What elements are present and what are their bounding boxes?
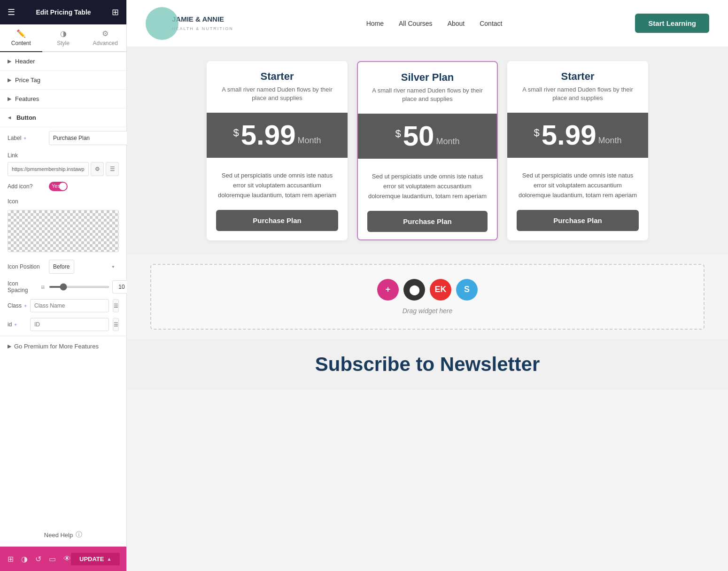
- id-dynamic-icon: ✦: [14, 322, 17, 327]
- panel-tabs: ✏️ Content ◑ Style ⚙ Advanced: [0, 24, 126, 52]
- icon-position-select-wrapper: Before After: [49, 260, 119, 274]
- nav-links: Home All Courses About Contact: [366, 20, 503, 27]
- card-1-price-period: Month: [298, 136, 321, 146]
- link-settings-btn[interactable]: ⚙: [91, 162, 104, 176]
- card-1-price-box: $ 5.99 Month: [207, 113, 348, 158]
- card-2-price-amount: 50: [403, 122, 434, 150]
- card-1-body: Sed ut perspiciatis unde omnis iste natu…: [207, 163, 348, 238]
- card-1-title: Starter: [216, 70, 338, 83]
- link-dynamic-btn[interactable]: ☰: [106, 162, 119, 176]
- features-arrow-icon: ▶: [8, 96, 11, 102]
- go-premium-row[interactable]: ▶ Go Premium for More Features: [0, 336, 126, 356]
- link-input[interactable]: [8, 162, 89, 176]
- go-premium-arrow-icon: ▶: [8, 343, 11, 349]
- class-dynamic-icon: ✦: [23, 303, 27, 309]
- history-icon[interactable]: ↺: [35, 555, 41, 563]
- label-dynamic-icon: ✦: [23, 136, 27, 141]
- class-field-label: Class ✦: [8, 302, 26, 309]
- site-logo: JAMIE & ANNIE HEALTH & NUTRITION: [146, 7, 233, 40]
- pricing-card-starter-1: Starter A small river named Duden flows …: [207, 61, 348, 240]
- preview-icon[interactable]: 👁: [63, 555, 71, 563]
- spacing-slider[interactable]: [49, 286, 109, 288]
- widget-circle-icon[interactable]: ⬤: [403, 279, 425, 301]
- need-help[interactable]: Need Help ⓘ: [0, 523, 126, 547]
- widget-s-icon[interactable]: S: [456, 279, 478, 301]
- card-1-purchase-button[interactable]: Purchase Plan: [216, 210, 338, 231]
- card-3-body: Sed ut perspiciatis unde omnis iste natu…: [507, 163, 648, 238]
- card-2-purchase-button[interactable]: Purchase Plan: [367, 211, 488, 232]
- section-price-tag[interactable]: ▶ Price Tag: [0, 71, 126, 90]
- icon-position-label: Icon Position: [8, 263, 45, 270]
- tab-style[interactable]: ◑ Style: [42, 24, 85, 52]
- widget-area: + ⬤ EK S Drag widget here: [150, 264, 705, 330]
- advanced-icon: ⚙: [102, 29, 108, 38]
- grid-icon[interactable]: ⊞: [112, 7, 119, 17]
- section-header[interactable]: ▶ Header: [0, 52, 126, 71]
- class-input[interactable]: [30, 299, 109, 312]
- content-icon: ✏️: [16, 29, 26, 38]
- card-3-header: Starter A small river named Duden flows …: [507, 61, 648, 107]
- id-options-btn[interactable]: ☰: [113, 318, 119, 331]
- class-options-btn[interactable]: ☰: [113, 299, 119, 312]
- card-3-title: Starter: [517, 70, 639, 83]
- link-label: Link: [0, 149, 126, 160]
- responsive-view-icon[interactable]: ▭: [49, 555, 56, 563]
- card-2-subtitle: A small river named Duden flows by their…: [367, 86, 488, 103]
- nav-all-courses[interactable]: All Courses: [399, 20, 433, 27]
- panel-header: ☰ Edit Pricing Table ⊞: [0, 0, 126, 24]
- tab-content[interactable]: ✏️ Content: [0, 24, 42, 52]
- card-2-header: Silver Plan A small river named Duden fl…: [358, 62, 497, 108]
- bottom-icons-group: ⊞ ◑ ↺ ▭ 👁: [8, 555, 71, 563]
- nav-home[interactable]: Home: [366, 20, 384, 27]
- id-input[interactable]: [30, 318, 109, 331]
- section-button[interactable]: ▼ Button: [0, 108, 126, 127]
- card-3-price-box: $ 5.99 Month: [507, 113, 648, 158]
- widget-ek-icon[interactable]: EK: [430, 279, 451, 301]
- card-3-purchase-button[interactable]: Purchase Plan: [517, 210, 639, 231]
- icon-label-row: Icon: [0, 195, 126, 206]
- pricing-card-starter-2: Starter A small river named Duden flows …: [507, 61, 648, 240]
- start-learning-button[interactable]: Start Learning: [635, 14, 709, 33]
- update-button[interactable]: UPDATE ▲: [71, 553, 120, 565]
- card-2-price-dollar: $: [395, 128, 401, 140]
- card-3-price-period: Month: [598, 136, 622, 146]
- theme-icon[interactable]: ◑: [21, 555, 28, 563]
- widget-icons-row: + ⬤ EK S: [377, 279, 478, 301]
- label-input[interactable]: [49, 131, 128, 145]
- help-circle-icon: ⓘ: [76, 531, 82, 539]
- icon-position-row: Icon Position Before After: [0, 256, 126, 278]
- header-arrow-icon: ▶: [8, 58, 11, 64]
- drag-widget-text: Drag widget here: [403, 307, 453, 315]
- icon-spacing-row: Icon Spacing 🖥 px ▾: [0, 278, 126, 296]
- add-icon-toggle[interactable]: Yes: [49, 182, 68, 191]
- icon-spacing-label: Icon Spacing 🖥: [8, 280, 45, 293]
- toggle-knob: [59, 183, 67, 190]
- button-arrow-icon: ▼: [7, 115, 13, 120]
- icon-position-select[interactable]: Before After: [49, 260, 74, 274]
- add-icon-row: Add icon? Yes: [0, 178, 126, 195]
- card-1-price-amount: 5.99: [241, 121, 296, 149]
- card-1-header: Starter A small river named Duden flows …: [207, 61, 348, 107]
- logo-text-block: JAMIE & ANNIE HEALTH & NUTRITION: [172, 15, 233, 32]
- icon-preview: [8, 210, 119, 252]
- logo-text-line1: JAMIE & ANNIE: [172, 15, 233, 23]
- update-caret-icon: ▲: [107, 556, 111, 562]
- section-features[interactable]: ▶ Features: [0, 90, 126, 108]
- pricing-section: Starter A small river named Duden flows …: [127, 47, 728, 255]
- responsive-icon: 🖥: [40, 285, 45, 290]
- label-row: Label ✦ ☰: [0, 127, 126, 149]
- nav-about[interactable]: About: [448, 20, 465, 27]
- toggle-track[interactable]: Yes: [49, 182, 68, 191]
- link-row: ⚙ ☰: [0, 160, 126, 178]
- id-row: id ✦ ☰: [0, 315, 126, 334]
- hamburger-icon[interactable]: ☰: [8, 7, 15, 17]
- nav-contact[interactable]: Contact: [480, 20, 502, 27]
- layers-icon[interactable]: ⊞: [8, 555, 14, 563]
- right-panel: JAMIE & ANNIE HEALTH & NUTRITION Home Al…: [127, 0, 728, 571]
- widget-add-icon[interactable]: +: [377, 279, 399, 301]
- tab-advanced[interactable]: ⚙ Advanced: [84, 24, 126, 52]
- card-3-subtitle: A small river named Duden flows by their…: [517, 85, 639, 102]
- id-field-label: id ✦: [8, 321, 26, 328]
- panel-title: Edit Pricing Table: [36, 8, 91, 16]
- subscribe-title: Subscribe to Newsletter: [150, 353, 705, 376]
